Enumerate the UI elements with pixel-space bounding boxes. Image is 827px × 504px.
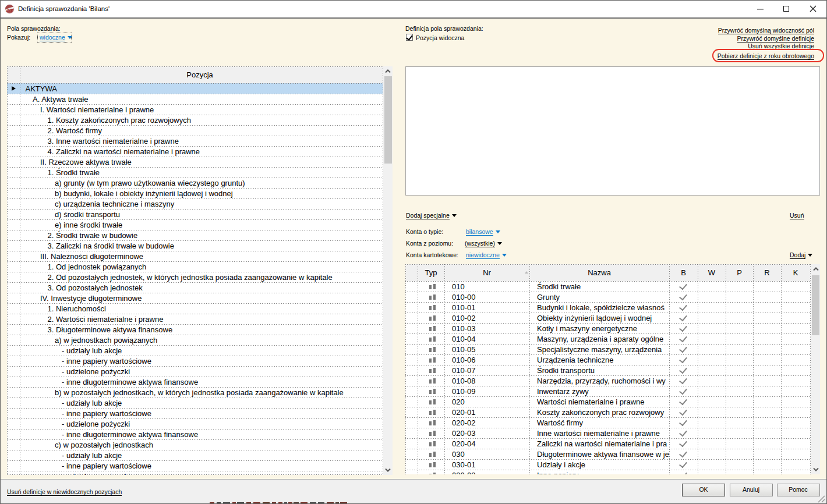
svg-text:GT: GT	[6, 8, 13, 13]
